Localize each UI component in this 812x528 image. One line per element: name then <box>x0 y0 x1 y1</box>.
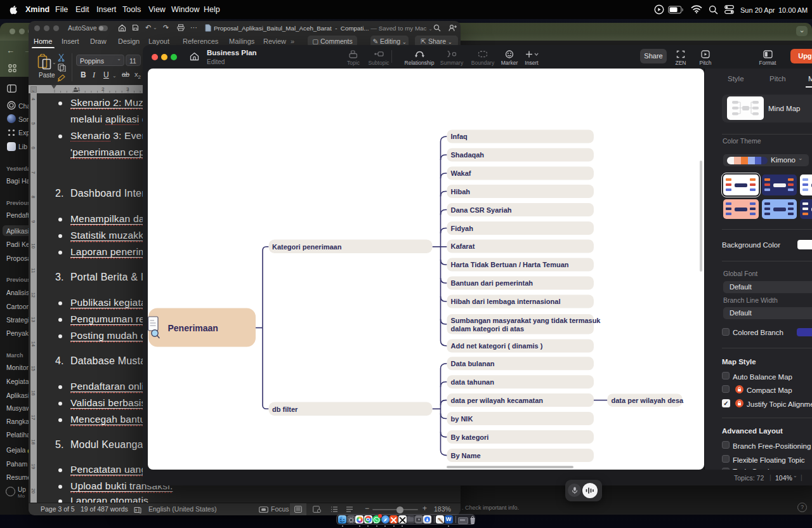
svg-text:x: x <box>135 508 138 512</box>
svg-text:Add net kategori ( dinamis ): Add net kategori ( dinamis ) <box>451 342 543 350</box>
svg-text:19: 19 <box>30 464 36 469</box>
svg-text:Harta Tidak Bertuan / Harta Te: Harta Tidak Bertuan / Harta Temuan <box>451 261 569 268</box>
svg-text:Sumbangan masyarakat yang tida: Sumbangan masyarakat yang tidak termasuk <box>451 317 601 324</box>
svg-text:14: 14 <box>30 341 36 346</box>
svg-text:8: 8 <box>30 195 36 198</box>
svg-text:By kategori: By kategori <box>451 433 489 441</box>
svg-text:7: 7 <box>30 171 36 174</box>
svg-text:Kategori penerimaan: Kategori penerimaan <box>272 243 342 251</box>
svg-text:20: 20 <box>30 488 36 493</box>
svg-text:Fidyah: Fidyah <box>451 225 474 232</box>
svg-text:Penerimaan: Penerimaan <box>168 323 218 333</box>
svg-text:10: 10 <box>30 243 36 248</box>
svg-text:data per wilayah desa: data per wilayah desa <box>612 397 684 404</box>
svg-text:data tahunan: data tahunan <box>451 378 495 386</box>
svg-text:9: 9 <box>30 220 36 223</box>
svg-text:11: 11 <box>30 268 36 273</box>
svg-text:2: 2 <box>102 86 105 92</box>
svg-text:17: 17 <box>30 415 36 420</box>
svg-text:Bantuan dari pemerintah: Bantuan dari pemerintah <box>451 279 534 287</box>
svg-text:Wakaf: Wakaf <box>451 169 471 177</box>
svg-text:16: 16 <box>30 390 36 395</box>
svg-text:Hibah: Hibah <box>451 188 471 195</box>
svg-text:4: 4 <box>30 98 36 100</box>
svg-text:15: 15 <box>30 366 36 371</box>
svg-text:Infaq: Infaq <box>451 133 468 140</box>
svg-text:db filter: db filter <box>272 406 298 413</box>
svg-text:5: 5 <box>30 122 36 125</box>
svg-text:data per wilayah kecamatan: data per wilayah kecamatan <box>451 397 544 404</box>
svg-text:Hibah dari lembaga internasion: Hibah dari lembaga internasional <box>451 298 561 305</box>
svg-text:Shadaqah: Shadaqah <box>451 151 485 159</box>
svg-text:Kafarat: Kafarat <box>451 242 475 250</box>
svg-text:13: 13 <box>30 317 36 322</box>
svg-text:Dana CSR Syariah: Dana CSR Syariah <box>451 206 512 214</box>
svg-text:By Name: By Name <box>451 452 481 459</box>
svg-text:12: 12 <box>30 293 36 298</box>
svg-text:Data bulanan: Data bulanan <box>451 360 495 367</box>
svg-text:3: 3 <box>126 86 129 92</box>
svg-text:18: 18 <box>30 439 36 444</box>
svg-text:6: 6 <box>30 147 36 149</box>
svg-text:by NIK: by NIK <box>451 415 473 423</box>
svg-text:dalam kategori di atas: dalam kategori di atas <box>451 325 525 333</box>
